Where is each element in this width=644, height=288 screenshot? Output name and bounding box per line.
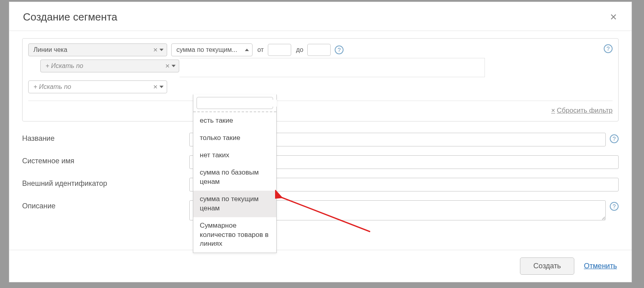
help-icon[interactable]: ? bbox=[335, 45, 344, 54]
primary-entity-value: Линии чека bbox=[33, 46, 153, 53]
form-row-external-id: Внешний идентификатор bbox=[22, 178, 619, 191]
root-search-placeholder: + Искать по bbox=[33, 83, 153, 91]
form-row-system-name: Системное имя bbox=[22, 155, 619, 169]
create-button[interactable]: Создать bbox=[520, 257, 574, 275]
dropdown-search-wrap bbox=[193, 95, 276, 112]
aggregate-dropdown: есть такие только такие нет таких сумма … bbox=[193, 95, 277, 253]
dropdown-search-box[interactable] bbox=[197, 97, 273, 109]
name-label: Название bbox=[22, 133, 189, 143]
dropdown-option[interactable]: есть такие bbox=[193, 112, 276, 130]
filter-builder: ? Линии чека ✕ сумма по текущим... от до… bbox=[22, 38, 619, 121]
chevron-up-icon[interactable] bbox=[245, 49, 249, 51]
dropdown-option[interactable]: сумма по базовым ценам bbox=[193, 164, 276, 191]
filter-row-primary: Линии чека ✕ сумма по текущим... от до ? bbox=[28, 43, 613, 56]
form-section: Название ? Системное имя Внешний идентиф… bbox=[22, 133, 619, 220]
dropdown-option[interactable]: только такие bbox=[193, 130, 276, 147]
form-row-description: Описание ? bbox=[22, 200, 619, 220]
nested-search-placeholder: + Искать по bbox=[46, 62, 165, 70]
form-row-name: Название ? bbox=[22, 133, 619, 146]
clear-icon[interactable]: ✕ bbox=[165, 63, 170, 69]
close-icon: ✕ bbox=[610, 12, 617, 22]
aggregate-select[interactable]: сумма по текущим... bbox=[171, 43, 253, 56]
clear-icon[interactable]: ✕ bbox=[153, 84, 158, 90]
range-from-input[interactable] bbox=[268, 44, 291, 56]
modal-body: ? Линии чека ✕ сумма по текущим... от до… bbox=[9, 31, 632, 250]
range-to-label: до bbox=[296, 46, 303, 53]
dropdown-option[interactable]: нет таких bbox=[193, 147, 276, 164]
create-segment-modal: Создание сегмента ✕ ? Линии чека ✕ сумма… bbox=[9, 2, 632, 282]
chevron-down-icon[interactable] bbox=[172, 65, 176, 67]
cancel-button[interactable]: Отменить bbox=[584, 262, 617, 270]
external-id-label: Внешний идентификатор bbox=[22, 178, 189, 188]
modal-header: Создание сегмента ✕ bbox=[9, 2, 632, 31]
dropdown-option[interactable]: Суммарное количество товаров в линиях bbox=[193, 217, 276, 253]
nested-search-select[interactable]: + Искать по ✕ bbox=[40, 60, 179, 72]
modal-footer: Создать Отменить bbox=[9, 250, 632, 282]
aggregate-value: сумма по текущим... bbox=[176, 46, 245, 53]
help-icon[interactable]: ? bbox=[604, 44, 613, 53]
dropdown-option-selected[interactable]: сумма по текущим ценам bbox=[193, 191, 276, 217]
system-name-label: Системное имя bbox=[22, 155, 189, 165]
reset-filter-link[interactable]: ×Сбросить фильтр bbox=[551, 107, 613, 115]
close-button[interactable]: ✕ bbox=[607, 11, 619, 23]
range-to-input[interactable] bbox=[307, 44, 331, 56]
nested-condition-area bbox=[180, 58, 485, 77]
reset-row: ×Сбросить фильтр bbox=[28, 101, 613, 115]
primary-entity-select[interactable]: Линии чека ✕ bbox=[28, 43, 167, 56]
help-icon[interactable]: ? bbox=[610, 134, 619, 143]
chevron-down-icon[interactable] bbox=[159, 49, 164, 51]
chevron-down-icon[interactable] bbox=[159, 86, 164, 88]
close-icon: × bbox=[551, 107, 555, 114]
description-label: Описание bbox=[22, 200, 189, 210]
modal-title: Создание сегмента bbox=[23, 11, 117, 23]
range-from-label: от bbox=[257, 46, 264, 53]
filter-row-search-root: + Искать по ✕ bbox=[28, 80, 613, 93]
help-icon[interactable]: ? bbox=[610, 202, 619, 211]
dropdown-search-input[interactable] bbox=[200, 100, 277, 107]
root-search-select[interactable]: + Искать по ✕ bbox=[28, 80, 167, 93]
clear-icon[interactable]: ✕ bbox=[153, 47, 158, 53]
